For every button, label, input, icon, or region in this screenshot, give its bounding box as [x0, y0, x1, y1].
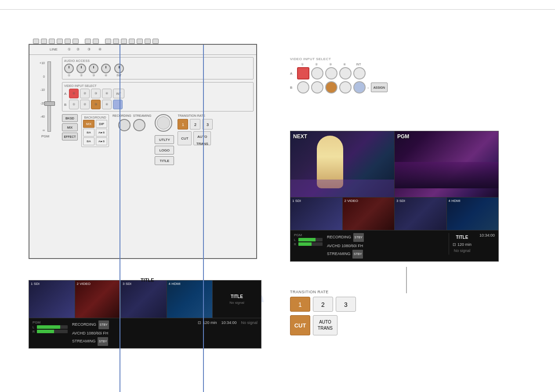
audio-knob-3[interactable]: ③: [89, 64, 98, 77]
bm-audio-l-bar: [37, 325, 68, 329]
vis-top-b-btn-1[interactable]: [297, 81, 309, 94]
knob-4-label: ④: [101, 74, 111, 77]
rec-time-display: ⊡ 120 min: [453, 242, 472, 247]
vis-top-a-btn-2[interactable]: [311, 67, 323, 79]
cut-button-mixer[interactable]: CUT: [178, 131, 192, 145]
audio-knob-1[interactable]: ①: [64, 64, 74, 77]
bm-cell-1: 1 SDI: [29, 281, 75, 318]
bg-ba-btn-2[interactable]: B/A: [83, 137, 94, 145]
vis-b-btn-2[interactable]: ②: [80, 100, 90, 109]
audio-knob-int[interactable]: INT: [113, 64, 125, 77]
audio-knob-4[interactable]: ④: [101, 64, 111, 77]
utility-knob[interactable]: [155, 114, 172, 132]
auto-trans-button-mixer[interactable]: AUTOTRANS: [193, 131, 211, 145]
trans-panel-title: TRANSITION RATE: [290, 290, 356, 294]
monitor-status-bar: PGM L R RECORDING STBY AVCHD 1080/60i FH: [290, 230, 498, 261]
vis-label: VIDEO INPUT SELECT: [64, 84, 251, 87]
audio-bar-r-fill: [298, 242, 312, 246]
bm-recording-label: RECORDING: [72, 322, 96, 327]
line-label: LINE: [43, 47, 65, 51]
audio-bar-r-bg: [298, 242, 323, 246]
bkgd-button[interactable]: BKGD: [62, 114, 78, 122]
trans-btn-2-mixer[interactable]: 2: [190, 119, 200, 129]
assign-button[interactable]: ASSIGN: [371, 83, 388, 92]
knob-int[interactable]: [114, 64, 124, 73]
fader-handle[interactable]: [44, 101, 55, 106]
title-button[interactable]: TITLE: [155, 156, 174, 165]
bg-atob-btn-2[interactable]: A►B: [96, 137, 107, 145]
bm-img-4: [167, 281, 213, 318]
pgm-label: PGM: [41, 134, 49, 138]
bg-mix-btn[interactable]: MIX: [83, 120, 94, 128]
vis-a-btn-3[interactable]: ③: [91, 89, 101, 98]
vis-top-a-btn-3[interactable]: [325, 67, 337, 79]
sub-label-2: 2 VIDEO: [345, 199, 359, 203]
knob-1[interactable]: [64, 64, 74, 73]
trans-btn-3-mixer[interactable]: 3: [202, 119, 213, 129]
recording-badge: STBY: [353, 233, 364, 242]
utility-button[interactable]: UTLTY: [155, 135, 174, 144]
effect-button[interactable]: EFFECT: [62, 133, 78, 140]
bm-top-row: 1 SDI 2 VIDEO 3 SDI 4 HDMI TITLE No sign…: [29, 281, 261, 318]
vis-a-btn-4[interactable]: ④: [102, 89, 112, 98]
vis-a-btn-2[interactable]: ②: [80, 89, 90, 98]
bm-img-3: [121, 281, 167, 318]
bg-dip-btn[interactable]: DIP: [96, 120, 107, 128]
bg-ba-btn-1[interactable]: B/A: [83, 129, 94, 137]
vis-b-btn-4[interactable]: ④: [102, 100, 112, 109]
vis-num-int: INT: [352, 63, 365, 66]
vis-b-btn-5[interactable]: [113, 100, 123, 109]
audio-access-section: AUDIO ACCESS ① ② ③: [62, 57, 254, 79]
vis-top-b-btn-5[interactable]: [353, 81, 366, 94]
trans-rate-btn-3[interactable]: 3: [336, 297, 356, 312]
util-section: UTLTY LOGO TITLE: [155, 114, 174, 165]
pgm-monitor-label: PGM: [397, 133, 409, 140]
vline-left: [120, 45, 120, 392]
trans-rate-btn-2[interactable]: 2: [313, 297, 333, 312]
vis-top-b-btn-3[interactable]: [325, 81, 337, 94]
bm-timecode: 10:34:00: [221, 320, 236, 325]
trans-rate-btn-1[interactable]: 1: [290, 297, 310, 312]
vis-top-a-btn-4[interactable]: [339, 67, 352, 79]
rec-stream-section: RECORDING STREAMING: [112, 114, 151, 131]
vis-b-btn-3[interactable]: ③: [91, 100, 101, 109]
monitor-area: NEXT PGM 1 SDI 2 VIDEO 3 SDI 4 HDMI PGM: [290, 131, 499, 262]
bg-atob-btn-1[interactable]: A►B: [96, 129, 107, 137]
fader-with-scale: +10 0 -10 -20 -40 ∞: [40, 61, 51, 132]
vis-top-a-btn-1[interactable]: [297, 67, 309, 79]
scale-n40: -40: [40, 115, 45, 118]
vis-top-row-b: B – ASSIGN: [290, 81, 388, 94]
auto-trans-button-large[interactable]: AUTO TRANS: [313, 315, 337, 335]
knob-4[interactable]: [101, 64, 111, 73]
middle-controls-row: BKGD MIX EFFECT BACKGROUND MIX DIP B/A A…: [62, 114, 254, 165]
streaming-button[interactable]: [133, 119, 145, 131]
sub-monitor-4: 4 HDMI: [447, 198, 499, 230]
trans-rate-label-mixer: TRANSITION RATE: [178, 114, 213, 117]
bm-streaming-label: STREAMING: [72, 339, 96, 343]
trans-btn-1-mixer[interactable]: 1: [178, 119, 188, 129]
auto-trans-line2: TRANS: [318, 325, 333, 331]
vis-a-btn-1[interactable]: ①: [69, 89, 79, 98]
mix-button[interactable]: MIX: [62, 123, 78, 131]
vis-b-btn-1[interactable]: ①: [69, 100, 79, 109]
knob-3[interactable]: [89, 64, 98, 73]
vis-top-a-btn-int[interactable]: [353, 67, 366, 79]
knob-top-13: [137, 39, 143, 44]
fader-track[interactable]: [47, 61, 51, 132]
knob-2[interactable]: [76, 64, 86, 73]
vis-top-b-btn-2[interactable]: [311, 81, 323, 94]
vis-a-btn-int[interactable]: INT: [113, 89, 124, 98]
channel-labels-row: LINE ① ② ③ ④: [43, 47, 104, 51]
pgm-video-feed: [395, 131, 498, 197]
sub-monitor-3: 3 SDI: [395, 198, 447, 230]
scale-0: 0: [40, 75, 45, 78]
vis-top-b-btn-4[interactable]: [339, 81, 352, 94]
logo-button[interactable]: LOGO: [155, 146, 174, 155]
cut-button-large[interactable]: CUT: [290, 315, 310, 335]
monitor-sub-row: 1 SDI 2 VIDEO 3 SDI 4 HDMI: [290, 197, 498, 230]
knob-top-4: [57, 39, 63, 44]
audio-knob-2[interactable]: ②: [76, 64, 86, 77]
rec-stream-labels: RECORDING STREAMING: [112, 114, 151, 117]
mixer-panel: LINE ① ② ③ ④ +10 0 -10 -20 -40 ∞: [29, 44, 257, 259]
fader-column: +10 0 -10 -20 -40 ∞ PGM: [32, 57, 58, 255]
